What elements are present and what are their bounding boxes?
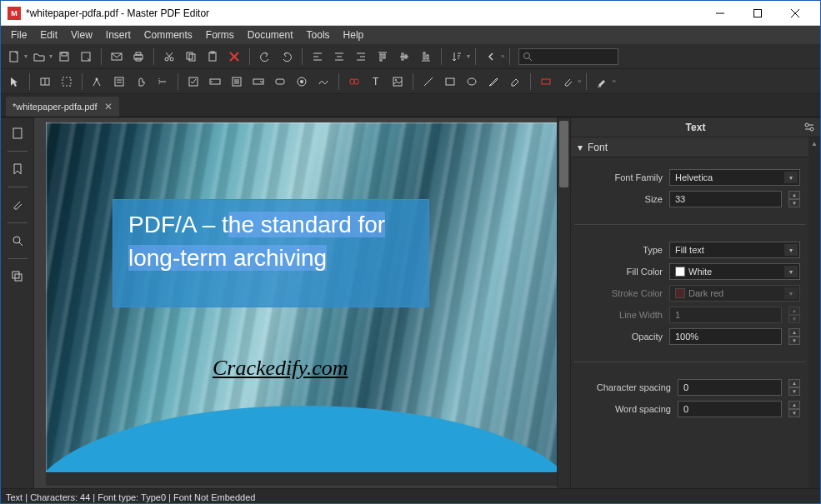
cursor-icon[interactable] [4, 72, 24, 92]
canvas-scrollbar-horizontal[interactable] [46, 472, 557, 486]
listbox-icon[interactable] [227, 72, 247, 92]
attachment-icon[interactable] [558, 72, 578, 92]
document-canvas[interactable]: PDF/A – the standard for long-term archi… [34, 117, 557, 488]
link-icon[interactable] [344, 72, 364, 92]
align-middle-icon[interactable] [394, 47, 414, 67]
combobox-icon[interactable] [248, 72, 268, 92]
font-family-combo[interactable]: Helvetica ▾ [669, 169, 800, 186]
delete-icon[interactable] [224, 47, 244, 67]
textfield-icon[interactable] [205, 72, 225, 92]
char-spacing-spinner[interactable]: ▲▼ [788, 379, 800, 396]
minimize-button[interactable] [701, 2, 738, 25]
type-combo[interactable]: Fill text ▾ [669, 242, 800, 258]
svg-point-80 [810, 127, 813, 131]
canvas-scrollbar-vertical[interactable] [557, 117, 570, 488]
select-text-icon[interactable] [153, 72, 173, 92]
scrollbar-thumb[interactable] [559, 121, 568, 187]
menu-edit[interactable]: Edit [33, 27, 64, 43]
menu-insert[interactable]: Insert [99, 27, 138, 43]
text-tool-icon[interactable]: T [366, 72, 386, 92]
align-left-icon[interactable] [308, 47, 328, 67]
app-logo-icon: M [8, 7, 21, 20]
edit-more-icon[interactable]: » [578, 77, 581, 85]
pencil-icon[interactable] [483, 72, 503, 92]
opacity-value: 100% [675, 332, 698, 342]
align-right-icon[interactable] [351, 47, 371, 67]
search-input[interactable] [518, 48, 618, 65]
panel-settings-icon[interactable] [803, 121, 815, 132]
edit-object-icon[interactable] [57, 72, 77, 92]
menu-document[interactable]: Document [241, 27, 300, 43]
line-icon[interactable] [418, 72, 438, 92]
panel-scrollbar[interactable]: ▲ [808, 137, 820, 488]
menu-file[interactable]: File [4, 27, 33, 43]
svg-rect-6 [62, 52, 67, 56]
sort-icon[interactable] [447, 47, 467, 67]
document-tab[interactable]: *whitepaper-pdfa.pdf ✕ [6, 97, 119, 117]
menu-forms[interactable]: Forms [199, 27, 241, 43]
align-bottom-icon[interactable] [416, 47, 436, 67]
size-spinner[interactable]: ▲▼ [788, 191, 800, 207]
opacity-spinner[interactable]: ▲▼ [788, 328, 800, 345]
layers-panel-icon[interactable] [4, 264, 31, 289]
watermark-text: Crackedify.com [213, 356, 348, 381]
menu-comments[interactable]: Comments [138, 27, 199, 43]
nav-more-icon[interactable]: » [501, 52, 504, 60]
ellipse-icon[interactable] [462, 72, 482, 92]
hand-icon[interactable] [131, 72, 151, 92]
tab-close-icon[interactable]: ✕ [104, 101, 113, 112]
undo-icon[interactable] [255, 47, 275, 67]
redo-icon[interactable] [277, 47, 297, 67]
radio-icon[interactable] [292, 72, 312, 92]
scroll-up-icon[interactable]: ▲ [808, 137, 820, 149]
save-as-icon[interactable] [76, 47, 96, 67]
status-bar: Text | Characters: 44 | Font type: Type0… [1, 488, 820, 504]
email-icon[interactable] [107, 47, 127, 67]
signature-icon[interactable] [313, 72, 333, 92]
copy-icon[interactable] [181, 47, 201, 67]
search-panel-icon[interactable] [4, 228, 31, 253]
menu-help[interactable]: Help [337, 27, 371, 43]
pages-panel-icon[interactable] [4, 121, 31, 146]
cut-icon[interactable] [159, 47, 179, 67]
edit-text-icon[interactable] [35, 72, 55, 92]
align-top-icon[interactable] [373, 47, 393, 67]
section-font-header[interactable]: ▾ Font [571, 137, 808, 157]
open-dropdown-icon[interactable]: ▾ [49, 52, 53, 60]
checkbox-icon[interactable] [183, 72, 203, 92]
attachments-panel-icon[interactable] [4, 192, 31, 217]
collapse-icon: ▾ [578, 142, 583, 153]
edit-form-icon[interactable] [109, 72, 129, 92]
prev-page-icon[interactable] [481, 47, 501, 67]
edit-vector-icon[interactable] [88, 72, 108, 92]
opacity-input[interactable]: 100% [669, 328, 782, 345]
save-icon[interactable] [54, 47, 74, 67]
menu-tools[interactable]: Tools [300, 27, 337, 43]
align-center-icon[interactable] [329, 47, 349, 67]
paste-icon[interactable] [203, 47, 223, 67]
maximize-button[interactable] [738, 2, 776, 25]
fill-color-combo[interactable]: White ▾ [669, 263, 800, 280]
print-icon[interactable] [128, 47, 148, 67]
highlighter-icon[interactable] [592, 72, 612, 92]
eraser-icon[interactable] [505, 72, 525, 92]
bookmarks-panel-icon[interactable] [4, 157, 31, 182]
char-spacing-input[interactable]: 0 [678, 379, 782, 396]
heading-text-box[interactable]: PDF/A – the standard for long-term archi… [113, 199, 429, 307]
size-input[interactable]: 33 [669, 191, 782, 207]
menu-view[interactable]: View [64, 27, 99, 43]
button-icon[interactable] [270, 72, 290, 92]
word-spacing-spinner[interactable]: ▲▼ [788, 401, 800, 417]
new-file-icon[interactable] [4, 47, 24, 67]
sort-dropdown-icon[interactable]: ▾ [467, 52, 470, 60]
svg-point-67 [395, 79, 397, 81]
image-icon[interactable] [388, 72, 408, 92]
new-dropdown-icon[interactable]: ▾ [24, 52, 28, 60]
highlighter-more-icon[interactable]: » [612, 77, 615, 85]
rect-icon[interactable] [440, 72, 460, 92]
word-spacing-input[interactable]: 0 [678, 401, 782, 417]
highlight-rect-icon[interactable] [536, 72, 556, 92]
line-width-input: 1 [669, 307, 782, 323]
open-folder-icon[interactable] [29, 47, 49, 67]
close-button[interactable] [776, 2, 813, 25]
